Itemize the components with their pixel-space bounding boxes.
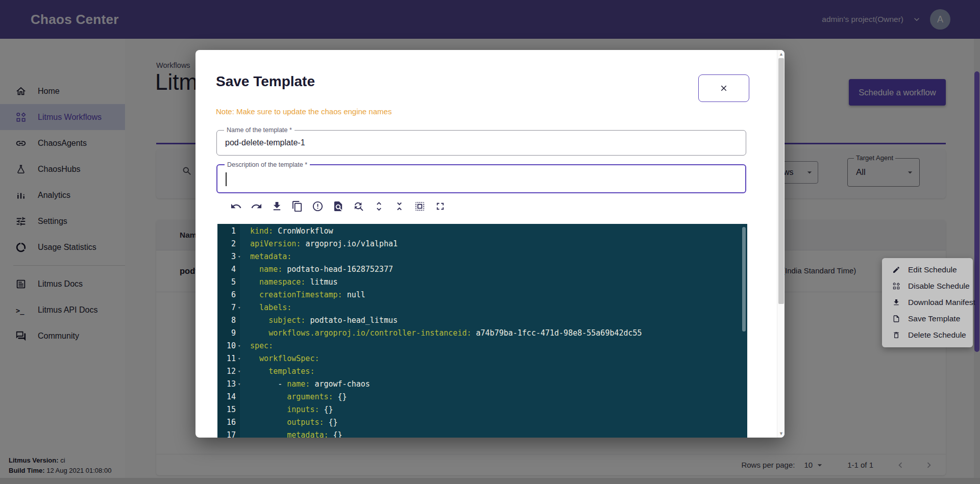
fold-arrow-icon[interactable]: ▾	[238, 352, 245, 365]
download-icon[interactable]	[271, 200, 283, 212]
editor-toolbar	[230, 199, 446, 213]
line-number: 9	[217, 327, 236, 340]
editor-scrollbar-thumb[interactable]	[742, 227, 746, 332]
line-number: 17	[217, 429, 236, 438]
line-number: 11	[217, 352, 236, 365]
code-line: 16 outputs: {}	[217, 416, 747, 429]
code-line: 13▾ - name: argowf-chaos	[217, 378, 747, 391]
modal-title: Save Template	[216, 73, 315, 90]
download-icon	[892, 298, 900, 307]
code-line: 1kind: CronWorkflow	[217, 225, 747, 238]
code-line: 5 namespace: litmus	[217, 276, 747, 289]
code-line: 17 metadata: {}	[217, 429, 747, 438]
fullscreen-icon[interactable]	[434, 200, 446, 212]
edit-icon	[892, 266, 900, 274]
line-number: 10	[217, 340, 236, 352]
error-outline-icon[interactable]	[312, 200, 324, 212]
save-template-modal: Save Template Note: Make sure to update …	[195, 50, 785, 438]
code-line: 8 subject: podtato-head_litmus	[217, 314, 747, 327]
code-line: 14 arguments: {}	[217, 391, 747, 403]
code-line: 7▾ labels:	[217, 301, 747, 314]
code-line: 4 name: podtato-head-1628752377	[217, 263, 747, 276]
text-caret	[226, 172, 227, 186]
fold-arrow-icon[interactable]: ▾	[238, 301, 245, 314]
undo-icon[interactable]	[230, 200, 242, 212]
code-line: 9 workflows.argoproj.io/controller-insta…	[217, 327, 747, 340]
menu-item-label: Save Template	[908, 314, 960, 323]
menu-item-save-template[interactable]: Save Template	[882, 311, 973, 327]
fold-arrow-icon[interactable]: ▾	[238, 250, 245, 263]
line-number: 1	[217, 225, 236, 238]
code-line: 3▾metadata:	[217, 250, 747, 263]
close-button[interactable]	[698, 74, 749, 102]
menu-item-label: Delete Schedule	[908, 330, 966, 340]
line-number: 13	[217, 378, 236, 391]
template-name-field[interactable]: Name of the template * pod-delete-templa…	[216, 130, 746, 156]
line-number: 6	[217, 289, 236, 301]
unfold-more-icon[interactable]	[373, 200, 385, 212]
line-number: 3	[217, 250, 236, 263]
app-root: Chaos Center admin's project(Owner) A Ho…	[0, 0, 980, 484]
unfold-less-icon[interactable]	[394, 200, 405, 212]
template-name-value: pod-delete-template-1	[225, 131, 305, 155]
line-number: 7	[217, 301, 236, 314]
modal-note: Note: Make sure to update the chaos engi…	[216, 107, 391, 116]
close-icon	[719, 84, 728, 93]
menu-item-disable-schedule[interactable]: Disable Schedule	[882, 278, 973, 294]
menu-item-delete-schedule[interactable]: Delete Schedule	[882, 327, 973, 343]
yaml-editor-lines: 1kind: CronWorkflow2apiVersion: argoproj…	[217, 225, 747, 438]
yaml-editor[interactable]: 1kind: CronWorkflow2apiVersion: argoproj…	[217, 224, 747, 438]
redo-icon[interactable]	[251, 200, 262, 212]
fold-arrow-icon[interactable]: ▾	[238, 365, 245, 378]
modal-scrollbar[interactable]: ▲ ▼	[777, 50, 785, 438]
fold-arrow-icon[interactable]: ▾	[238, 340, 245, 352]
trash-icon	[892, 331, 900, 339]
line-number: 16	[217, 416, 236, 429]
line-number: 12	[217, 365, 236, 378]
code-line: 12▾ templates:	[217, 365, 747, 378]
select-all-icon[interactable]	[414, 200, 426, 212]
find-replace-icon[interactable]	[353, 200, 364, 212]
line-number: 14	[217, 391, 236, 403]
schedule-context-menu: Edit ScheduleDisable ScheduleDownload Ma…	[882, 258, 973, 347]
code-line: 2apiVersion: argoproj.io/v1alpha1	[217, 238, 747, 250]
menu-item-label: Edit Schedule	[908, 265, 957, 274]
template-description-label: Description of the template *	[225, 161, 310, 168]
find-in-page-icon[interactable]	[332, 200, 344, 212]
scroll-down-icon[interactable]: ▼	[777, 430, 785, 437]
menu-item-edit-schedule[interactable]: Edit Schedule	[882, 262, 973, 278]
menu-item-label: Disable Schedule	[908, 282, 970, 291]
code-line: 10▾spec:	[217, 340, 747, 352]
menu-item-label: Download Manifest	[908, 298, 975, 307]
menu-item-download-manifest[interactable]: Download Manifest	[882, 294, 973, 311]
modal-scrollbar-thumb[interactable]	[778, 58, 784, 304]
copy-icon[interactable]	[291, 200, 303, 212]
code-line: 15 inputs: {}	[217, 403, 747, 416]
line-number: 8	[217, 314, 236, 327]
line-number: 5	[217, 276, 236, 289]
line-number: 4	[217, 263, 236, 276]
template-description-field[interactable]: Description of the template *	[216, 164, 746, 193]
line-number: 15	[217, 403, 236, 416]
scroll-up-icon[interactable]: ▲	[777, 50, 785, 58]
code-line: 11▾ workflowSpec:	[217, 352, 747, 365]
fold-arrow-icon[interactable]: ▾	[238, 378, 245, 391]
line-number: 2	[217, 238, 236, 250]
code-line: 6 creationTimestamp: null	[217, 289, 747, 301]
file-icon	[892, 315, 900, 323]
workflows-icon	[892, 282, 900, 290]
